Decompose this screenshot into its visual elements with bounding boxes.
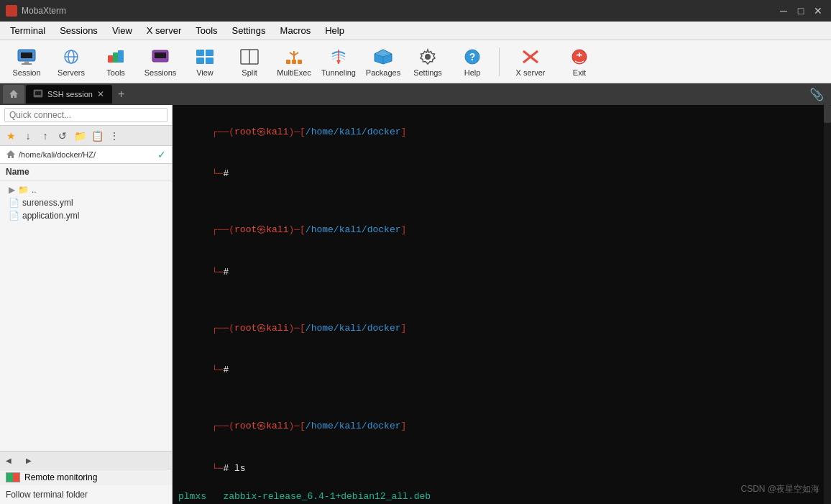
tunneling-icon [329, 47, 349, 67]
sidebar-path-check: ✓ [157, 149, 166, 160]
remote-monitoring-icon [6, 472, 20, 482]
sessions-button[interactable]: Sessions [139, 43, 181, 81]
sidebar-refresh-button[interactable]: ↺ [55, 128, 70, 144]
sidebar-upload-button[interactable]: ↑ [37, 128, 53, 144]
tab-add-button[interactable]: + [114, 88, 129, 101]
svg-rect-15 [206, 58, 214, 64]
main-content: ★ ↓ ↑ ↺ 📁 📋 ⋮ /home/kali/docker/HZ/ ✓ Na… [0, 105, 831, 504]
sidebar-more-button[interactable]: ⋮ [106, 128, 122, 144]
split-button[interactable]: Split [229, 43, 270, 81]
session-button[interactable]: Session [6, 43, 47, 81]
terminal-line [178, 293, 825, 308]
sidebar-path-text: /home/kali/docker/HZ/ [19, 150, 155, 159]
app-icon [6, 5, 17, 17]
terminal-line [178, 195, 825, 209]
tab-close-button[interactable]: ✕ [97, 89, 104, 99]
title-text: MobaXterm [22, 6, 776, 16]
help-label: Help [464, 68, 481, 77]
toolbar: Session Servers Tools Sessions View Spli… [0, 40, 831, 83]
home-icon [6, 150, 16, 160]
tab-bar: SSH session ✕ + 📎 [0, 83, 831, 105]
list-item[interactable]: ▶ 📁 .. [0, 183, 172, 196]
menu-settings[interactable]: Settings [225, 22, 273, 39]
list-item[interactable]: 📄 sureness.yml [0, 196, 172, 209]
toolbar-separator [499, 47, 500, 76]
svg-rect-9 [118, 50, 124, 63]
sidebar-files: ▶ 📁 .. 📄 sureness.yml 📄 application.yml [0, 180, 172, 451]
menu-xserver[interactable]: X server [139, 22, 188, 39]
exit-button[interactable]: Exit [559, 43, 600, 81]
menu-sessions[interactable]: Sessions [52, 22, 105, 39]
split-icon [239, 47, 260, 67]
packages-button[interactable]: Packages [362, 43, 404, 81]
quick-connect-input[interactable] [4, 108, 167, 122]
sidebar-download-button[interactable]: ↓ [20, 128, 36, 144]
svg-text:?: ? [469, 51, 476, 63]
menu-tools[interactable]: Tools [188, 22, 224, 39]
terminal-line: ┌──(root㉿kali)─[/home/kali/docker] [178, 111, 825, 153]
sidebar-folder-button[interactable]: 📁 [72, 128, 88, 144]
svg-rect-13 [206, 50, 214, 56]
terminal-line: └─# ls [178, 447, 825, 490]
menu-terminal[interactable]: Terminal [3, 22, 52, 39]
terminal-panel[interactable]: ┌──(root㉿kali)─[/home/kali/docker] └─# ┌… [173, 105, 831, 504]
remote-monitoring-label: Remote monitoring [24, 472, 97, 482]
menu-bar: Terminal Sessions View X server Tools Se… [0, 22, 831, 40]
tab-home-button[interactable] [3, 85, 24, 104]
settings-icon [418, 47, 438, 67]
multiexec-button[interactable]: MultiExec [273, 43, 315, 81]
view-button[interactable]: View [184, 43, 226, 81]
split-label: Split [242, 68, 257, 77]
servers-button[interactable]: Servers [50, 43, 92, 81]
servers-label: Servers [58, 68, 85, 77]
svg-rect-19 [292, 60, 296, 64]
remote-monitoring-button[interactable]: Remote monitoring [0, 469, 172, 485]
tab-attach-icon[interactable]: 📎 [805, 88, 828, 101]
settings-button[interactable]: Settings [407, 43, 449, 81]
sidebar-copy-button[interactable]: 📋 [89, 128, 105, 144]
svg-rect-7 [108, 55, 114, 63]
close-button[interactable]: ✕ [811, 4, 825, 18]
svg-rect-18 [286, 60, 290, 64]
tunneling-button[interactable]: Tunneling [318, 43, 359, 81]
tab-label: SSH session [47, 90, 93, 98]
packages-icon [373, 47, 393, 67]
sessions-label: Sessions [144, 68, 177, 77]
maximize-button[interactable]: □ [794, 4, 808, 18]
sidebar: ★ ↓ ↑ ↺ 📁 📋 ⋮ /home/kali/docker/HZ/ ✓ Na… [0, 105, 173, 504]
scroll-arrows: ◀ ▶ [3, 455, 35, 466]
tools-label: Tools [106, 68, 125, 77]
servers-icon [61, 47, 81, 67]
terminal-scrollbar-thumb[interactable] [824, 105, 831, 123]
tools-icon [106, 47, 126, 67]
active-tab[interactable]: SSH session ✕ [26, 85, 112, 104]
help-button[interactable]: ? Help [451, 43, 493, 81]
svg-rect-33 [35, 91, 41, 95]
sidebar-path: /home/kali/docker/HZ/ ✓ [0, 146, 172, 164]
menu-help[interactable]: Help [318, 22, 352, 39]
sidebar-star-button[interactable]: ★ [3, 128, 19, 144]
folder-arrow: ▶ [9, 185, 15, 195]
name-column-header: Name [6, 167, 29, 177]
minimize-button[interactable]: ─ [776, 4, 791, 18]
svg-rect-20 [298, 60, 302, 64]
exit-label: Exit [573, 68, 586, 77]
sidebar-toolbar: ★ ↓ ↑ ↺ 📁 📋 ⋮ [0, 126, 172, 146]
menu-view[interactable]: View [105, 22, 139, 39]
menu-macros[interactable]: Macros [273, 22, 318, 39]
terminal-line: ┌──(root㉿kali)─[/home/kali/docker] [178, 406, 825, 448]
file-name: application.yml [22, 211, 79, 221]
scroll-left-button[interactable]: ◀ [3, 455, 14, 466]
terminal-line: ┌──(root㉿kali)─[/home/kali/docker] [178, 307, 825, 349]
list-item[interactable]: 📄 application.yml [0, 209, 172, 222]
terminal-output: plmxs zabbix-release_6.4-1+debian12_all.… [178, 490, 825, 504]
window-controls: ─ □ ✕ [776, 4, 825, 18]
follow-terminal-button[interactable]: Follow terminal folder [0, 485, 172, 504]
tools-button[interactable]: Tools [95, 43, 137, 81]
scroll-right-button[interactable]: ▶ [23, 455, 35, 466]
terminal-line: └─# [178, 153, 825, 196]
svg-marker-22 [336, 60, 341, 64]
file-name: .. [32, 185, 37, 195]
terminal-scrollbar[interactable] [824, 105, 831, 504]
xserver-button[interactable]: X server [505, 43, 556, 81]
